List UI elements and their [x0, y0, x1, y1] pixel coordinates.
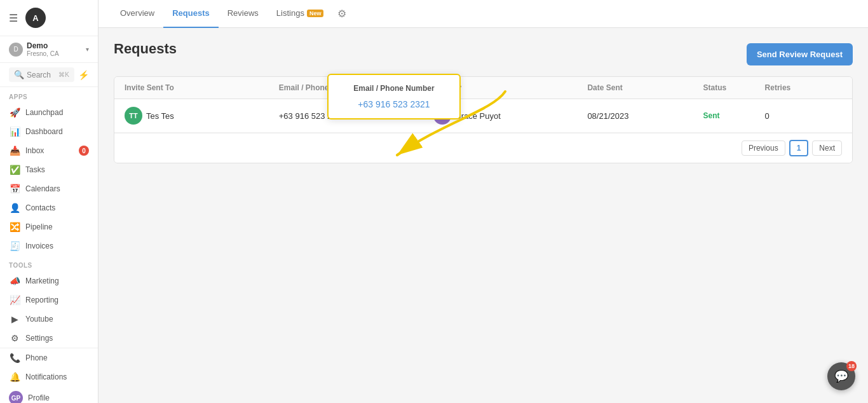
requests-table: Invite Sent To Email / Phone Number Sent… — [114, 76, 853, 163]
sidebar-label-dashboard: Dashboard — [25, 127, 89, 136]
account-location: Fresno, CA — [27, 50, 82, 57]
profile-avatar: GP — [9, 391, 23, 403]
inbox-badge: 0 — [79, 146, 89, 156]
topbar: Overview Requests Reviews Listings New ⚙ — [98, 0, 868, 28]
youtube-icon: ▶ — [9, 314, 20, 324]
marketing-icon: 📣 — [9, 276, 20, 286]
tasks-icon: ✅ — [9, 165, 20, 175]
reporting-icon: 📈 — [9, 295, 20, 305]
col-date-sent: Date Sent — [587, 83, 703, 92]
sidebar-item-invoices[interactable]: 🧾 Invoices — [0, 236, 98, 256]
sidebar-search-area: 🔍 Search ⌘K ⚡ — [0, 63, 98, 87]
chevron-down-icon: ▾ — [86, 46, 89, 53]
tooltip-value: +63 916 523 2321 — [339, 99, 449, 109]
email-phone-tooltip: Email / Phone Number +63 916 523 2321 — [327, 74, 461, 120]
previous-page-button[interactable]: Previous — [742, 140, 785, 156]
next-page-button[interactable]: Next — [812, 140, 842, 156]
sent-by-name: Grace Puyot — [455, 111, 501, 121]
launchpad-icon: 🚀 — [9, 107, 20, 118]
sidebar-logo: ☰ A — [0, 0, 98, 36]
invite-avatar: TT — [125, 107, 142, 125]
col-invite-sent-to: Invite Sent To — [125, 83, 279, 92]
phone-icon: 📞 — [9, 353, 20, 363]
sidebar-label-pipeline: Pipeline — [25, 222, 89, 231]
account-info: Demo Fresno, CA — [27, 41, 82, 57]
content-header: Requests Send Review Request — [114, 41, 853, 67]
send-review-request-button[interactable]: Send Review Request — [747, 43, 853, 65]
tab-listings[interactable]: Listings New — [268, 0, 333, 28]
content-area: Requests Send Review Request Invite Sent… — [98, 28, 868, 403]
sidebar-label-tasks: Tasks — [25, 165, 89, 174]
invoices-icon: 🧾 — [9, 241, 20, 251]
table-row: TT Tes Tes +63 916 523 2321 GP Grace Puy… — [114, 99, 852, 133]
sidebar-label-reporting: Reporting — [25, 296, 89, 304]
tab-overview[interactable]: Overview — [111, 0, 163, 28]
search-text: Search — [27, 71, 56, 79]
search-box[interactable]: 🔍 Search ⌘K — [9, 67, 74, 82]
main-area: Overview Requests Reviews Listings New ⚙… — [98, 0, 868, 403]
tab-requests[interactable]: Requests — [163, 0, 219, 28]
col-retries: Retries — [765, 83, 842, 92]
cell-retries: 0 — [765, 111, 842, 121]
sidebar-item-marketing[interactable]: 📣 Marketing — [0, 271, 98, 290]
gear-icon[interactable]: ⚙ — [337, 8, 346, 20]
sidebar-logo-avatar: A — [25, 8, 46, 28]
notifications-icon: 🔔 — [9, 372, 20, 382]
tooltip-header: Email / Phone Number — [339, 84, 449, 93]
sidebar-label-marketing: Marketing — [25, 277, 89, 285]
sidebar-label-inbox: Inbox — [25, 146, 74, 155]
sidebar-item-pipeline[interactable]: 🔀 Pipeline — [0, 217, 98, 236]
col-status: Status — [703, 83, 764, 92]
invite-name: Tes Tes — [146, 111, 174, 121]
page-1-button[interactable]: 1 — [789, 140, 809, 156]
contacts-icon: 👤 — [9, 203, 20, 213]
sidebar-label-calendars: Calendars — [25, 184, 89, 193]
tab-reviews[interactable]: Reviews — [219, 0, 268, 28]
chat-button[interactable]: 💬 18 — [827, 362, 855, 390]
sidebar-item-notifications[interactable]: 🔔 Notifications — [0, 367, 98, 386]
account-avatar: D — [9, 43, 23, 57]
listings-new-badge: New — [307, 10, 324, 17]
sidebar-item-calendars[interactable]: 📅 Calendars — [0, 179, 98, 198]
search-icon: 🔍 — [14, 70, 24, 79]
sidebar-item-dashboard[interactable]: 📊 Dashboard — [0, 122, 98, 141]
sidebar-label-profile: Profile — [28, 393, 89, 402]
sidebar-label-launchpad: Launchpad — [25, 108, 89, 117]
pagination: Previous 1 Next — [114, 133, 852, 163]
lightning-icon[interactable]: ⚡ — [78, 70, 89, 80]
sidebar-label-youtube: Youtube — [25, 315, 89, 324]
sidebar-item-reporting[interactable]: 📈 Reporting — [0, 290, 98, 310]
sidebar-label-notifications: Notifications — [25, 372, 89, 381]
inbox-icon: 📥 — [9, 146, 20, 156]
sidebar-item-tasks[interactable]: ✅ Tasks — [0, 160, 98, 179]
pipeline-icon: 🔀 — [9, 222, 20, 232]
sidebar-item-youtube[interactable]: ▶ Youtube — [0, 310, 98, 329]
cell-date-sent: 08/21/2023 — [587, 111, 703, 121]
tools-section-label: Tools — [0, 256, 98, 271]
apps-section-label: Apps — [0, 87, 98, 103]
sidebar-item-settings[interactable]: ⚙ Settings — [0, 329, 98, 348]
sidebar-label-contacts: Contacts — [25, 203, 89, 212]
dashboard-icon: 📊 — [9, 126, 20, 137]
hamburger-icon[interactable]: ☰ — [9, 12, 18, 24]
sidebar-label-invoices: Invoices — [25, 242, 89, 250]
sidebar-item-contacts[interactable]: 👤 Contacts — [0, 198, 98, 217]
cell-status: Sent — [703, 111, 764, 120]
calendars-icon: 📅 — [9, 184, 20, 194]
table-header: Invite Sent To Email / Phone Number Sent… — [114, 77, 852, 99]
chat-badge: 18 — [846, 361, 857, 371]
sidebar-label-phone: Phone — [25, 353, 89, 362]
page-title: Requests — [114, 41, 177, 57]
search-shortcut: ⌘K — [58, 71, 69, 78]
sidebar-bottom: 📞 Phone 🔔 Notifications GP Profile — [0, 348, 98, 403]
sidebar-item-inbox[interactable]: 📥 Inbox 0 — [0, 141, 98, 160]
sidebar-item-launchpad[interactable]: 🚀 Launchpad — [0, 103, 98, 122]
settings-icon: ⚙ — [9, 333, 20, 343]
cell-invite-sent-to: TT Tes Tes — [125, 107, 279, 125]
sidebar-item-phone[interactable]: 📞 Phone — [0, 348, 98, 367]
sidebar-item-profile[interactable]: GP Profile — [0, 386, 98, 403]
chat-icon: 💬 — [834, 369, 848, 383]
account-name: Demo — [27, 41, 82, 50]
sidebar-account[interactable]: D Demo Fresno, CA ▾ — [0, 36, 98, 63]
retries-value: 0 — [765, 111, 770, 121]
